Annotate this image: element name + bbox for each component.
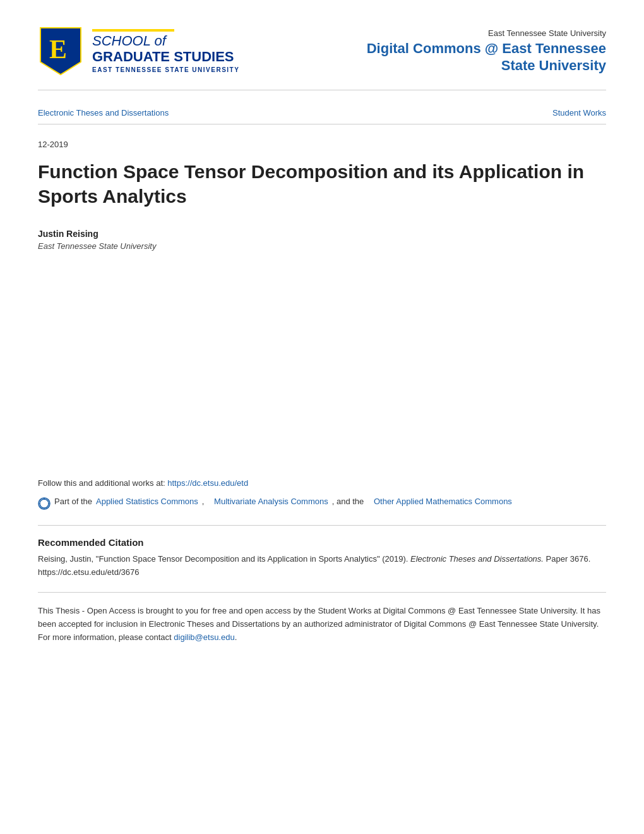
logo-school-name: SCHOOL of GRADUATE STUDIES	[92, 33, 239, 64]
author-name: Justin Reising	[38, 229, 606, 239]
nav-link-theses[interactable]: Electronic Theses and Dissertations	[38, 108, 169, 118]
section-divider	[38, 525, 606, 526]
paper-date: 12-2019	[38, 140, 606, 149]
commons-link-applied-stats[interactable]: Applied Statistics Commons	[96, 497, 198, 506]
citation-text: Reising, Justin, "Function Space Tensor …	[38, 553, 606, 579]
citation-heading: Recommended Citation	[38, 537, 606, 548]
commons-link-multivariate[interactable]: Multivariate Analysis Commons	[214, 497, 328, 506]
open-access-period: .	[235, 632, 237, 642]
open-access-divider	[38, 592, 606, 593]
digital-commons-link[interactable]: Digital Commons @ East Tennessee State U…	[341, 40, 606, 74]
follow-link[interactable]: https://dc.etsu.edu/etd	[167, 478, 248, 488]
commons-icon	[38, 497, 51, 510]
institution-name: East Tennessee State University	[341, 28, 606, 38]
nav-link-student-works[interactable]: Student Works	[552, 108, 606, 118]
digital-commons-anchor[interactable]: Digital Commons @ East Tennessee State U…	[367, 40, 606, 73]
etsu-shield-logo: E	[38, 25, 83, 77]
follow-section: Follow this and additional works at: htt…	[38, 478, 606, 488]
logo-university-name: EAST TENNESSEE STATE UNIVERSITY	[92, 66, 239, 73]
commons-sep1: ,	[202, 497, 205, 506]
logo-section: E SCHOOL of GRADUATE STUDIES EAST TENNES…	[38, 25, 239, 77]
logo-text-block: SCHOOL of GRADUATE STUDIES EAST TENNESSE…	[92, 29, 239, 73]
svg-text:E: E	[49, 35, 67, 64]
header: E SCHOOL of GRADUATE STUDIES EAST TENNES…	[38, 25, 606, 90]
open-access-body-text: This Thesis - Open Access is brought to …	[38, 606, 600, 643]
open-access-section: This Thesis - Open Access is brought to …	[38, 604, 606, 644]
header-right: East Tennessee State University Digital …	[341, 28, 606, 74]
logo-graduate-studies: GRADUATE STUDIES	[92, 49, 234, 64]
paper-title: Function Space Tensor Decomposition and …	[38, 159, 606, 214]
commons-section: Part of the Applied Statistics Commons, …	[38, 497, 606, 510]
commons-link-other-math[interactable]: Other Applied Mathematics Commons	[374, 497, 512, 506]
nav-bar: Electronic Theses and Dissertations Stud…	[38, 102, 606, 124]
citation-italic: Electronic Theses and Dissertations.	[410, 554, 544, 564]
author-institution: East Tennessee State University	[38, 241, 606, 251]
open-access-contact-link[interactable]: digilib@etsu.edu	[174, 632, 234, 642]
follow-label: Follow this and additional works at:	[38, 478, 165, 488]
page-container: E SCHOOL of GRADUATE STUDIES EAST TENNES…	[0, 0, 644, 834]
citation-text-before-italic: Reising, Justin, "Function Space Tensor …	[38, 554, 410, 564]
commons-part-of-label: Part of the	[54, 497, 92, 506]
commons-sep2: , and the	[332, 497, 364, 506]
logo-school-of: SCHOOL of	[92, 33, 166, 49]
yellow-bar-decoration	[92, 29, 174, 32]
